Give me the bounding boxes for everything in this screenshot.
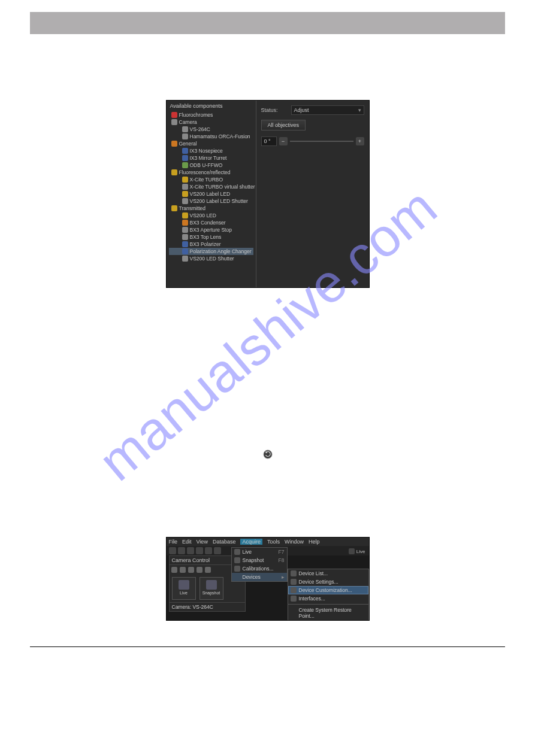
submenu-label: Create System Restore Point...	[299, 607, 366, 619]
snapshot-icon	[234, 557, 240, 563]
live-button[interactable]: Live	[172, 577, 196, 600]
status-select[interactable]: Adjust	[291, 105, 364, 115]
submenu-interfaces[interactable]: Interfaces...	[288, 594, 368, 603]
tree-item[interactable]: BX3 Polarizer	[169, 241, 253, 248]
live-icon	[349, 548, 355, 554]
tool-button[interactable]	[196, 547, 203, 554]
tree-label: BX3 Top Lens	[190, 234, 222, 240]
tree-general[interactable]: General	[169, 140, 253, 147]
lens-icon	[182, 234, 188, 240]
tool-button[interactable]	[169, 547, 176, 554]
tree-item[interactable]: VS-264C	[169, 126, 253, 133]
cam-tool-icon[interactable]	[180, 567, 186, 573]
tree-label: Camera	[179, 119, 197, 125]
tree-label: VS200 LED Shutter	[190, 256, 234, 262]
transmitted-icon	[171, 205, 177, 211]
tree-label: General	[179, 141, 197, 147]
device-settings-icon	[291, 579, 297, 585]
device-customization-icon	[291, 587, 297, 593]
live-indicator-right: Live	[349, 548, 365, 554]
tree-item[interactable]: ODB U-FFWO	[169, 162, 253, 169]
menu-database[interactable]: Database	[213, 539, 236, 545]
menu-window[interactable]: Window	[285, 539, 304, 545]
refresh-icon	[263, 450, 273, 459]
menu-acquire[interactable]: Acquire	[240, 539, 262, 545]
tree-label: Fluorescence/reflected	[179, 169, 231, 175]
cam-tool-icon[interactable]	[205, 567, 211, 573]
tree-item[interactable]: BX3 Top Lens	[169, 233, 253, 241]
snapshot-button[interactable]: Snapshot	[200, 577, 223, 600]
tree-item[interactable]: VS200 LED	[169, 212, 253, 219]
tree-item[interactable]: X-Cite TURBO	[169, 176, 253, 183]
increment-button[interactable]: +	[356, 137, 364, 145]
fluorochromes-icon	[171, 112, 177, 118]
menu-edit[interactable]: Edit	[182, 539, 192, 545]
menu-help[interactable]: Help	[309, 539, 320, 545]
polarizer-icon	[182, 241, 188, 247]
menu-label: Live	[243, 549, 252, 555]
menu-item-live[interactable]: LiveF7	[232, 548, 287, 556]
menu-item-snapshot[interactable]: SnapshotF8	[232, 556, 287, 564]
bulb-icon	[182, 191, 188, 197]
tree-label: IX3 Nosepiece	[190, 148, 223, 154]
general-icon	[171, 141, 177, 147]
tree-item[interactable]: BX3 Aperture Stop	[169, 226, 253, 233]
tree-item[interactable]: VS200 Label LED	[169, 190, 253, 198]
page-header-band	[30, 12, 505, 34]
submenu-label: Device Settings...	[299, 579, 338, 585]
tree-item[interactable]: Hamamatsu ORCA-Fusion	[169, 133, 253, 140]
submenu-device-customization[interactable]: Device Customization...	[288, 586, 368, 594]
tree-item[interactable]: VS200 LED Shutter	[169, 255, 253, 262]
tool-button[interactable]	[178, 547, 185, 554]
tree-transmitted[interactable]: Transmitted	[169, 205, 253, 212]
camera-item-icon	[182, 126, 188, 132]
shutter-icon	[182, 184, 188, 190]
submenu-create-restore[interactable]: Create System Restore Point...	[288, 606, 368, 620]
fluorescence-icon	[171, 169, 177, 175]
bulb-icon	[182, 177, 188, 183]
cam-tool-icon[interactable]	[188, 567, 194, 573]
device-icon	[182, 148, 188, 154]
cam-tool-icon[interactable]	[197, 567, 202, 573]
tree-label: VS200 Label LED	[190, 191, 231, 197]
tool-button[interactable]	[205, 547, 212, 554]
tree-item[interactable]: IX3 Nosepiece	[169, 147, 253, 154]
submenu-device-list[interactable]: Device List...	[288, 569, 368, 578]
tree-label: VS200 Label LED Shutter	[190, 198, 248, 204]
menu-tools[interactable]: Tools	[267, 539, 280, 545]
aperture-icon	[182, 227, 188, 233]
camera-icon	[171, 119, 177, 125]
menu-label: Snapshot	[243, 557, 264, 563]
tree-item[interactable]: IX3 Mirror Turret	[169, 154, 253, 162]
tree-label: IX3 Mirror Turret	[190, 155, 227, 161]
tree-camera[interactable]: Camera	[169, 119, 253, 126]
tree-fluorescence[interactable]: Fluorescence/reflected	[169, 169, 253, 176]
tree-fluorochromes[interactable]: Fluorochromes	[169, 111, 253, 119]
menu-file[interactable]: File	[169, 539, 178, 545]
cam-tool-icon[interactable]	[171, 567, 177, 573]
submenu-device-settings[interactable]: Device Settings...	[288, 578, 368, 586]
menu-item-devices[interactable]: Devices▸	[232, 573, 287, 581]
tree-label: VS200 LED	[190, 212, 216, 218]
page-footer	[30, 646, 505, 651]
tool-button[interactable]	[214, 547, 221, 554]
tree-label: Hamamatsu ORCA-Fusion	[190, 133, 250, 139]
tree-item-selected[interactable]: Polarization Angle Changer	[169, 248, 253, 255]
submenu-label: Interfaces...	[299, 596, 325, 602]
submenu-restore-restore[interactable]: Restore System Restore Point...	[288, 620, 368, 621]
tree-label: BX3 Aperture Stop	[190, 227, 232, 233]
tree-item[interactable]: BX3 Condenser	[169, 219, 253, 226]
angle-changer-icon	[182, 248, 188, 254]
tree-item[interactable]: VS200 Label LED Shutter	[169, 198, 253, 205]
tool-button[interactable]	[187, 547, 194, 554]
all-objectives-tab[interactable]: All objectives	[261, 120, 306, 130]
menu-view[interactable]: View	[197, 539, 208, 545]
angle-slider[interactable]	[290, 141, 353, 142]
tree-item[interactable]: X-Cite TURBO virtual shutter	[169, 183, 253, 190]
degree-input[interactable]: 0 °	[261, 136, 277, 146]
button-label: Snapshot	[202, 591, 220, 595]
decrement-button[interactable]: −	[279, 137, 288, 145]
live-icon	[234, 549, 240, 555]
menu-item-calibrations[interactable]: Calibrations...	[232, 564, 287, 573]
shutter-icon	[182, 256, 188, 262]
